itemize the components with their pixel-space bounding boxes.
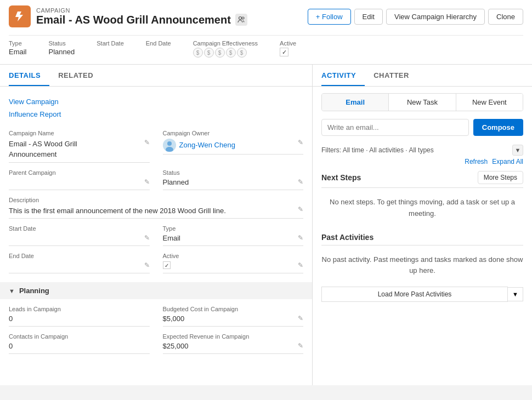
next-steps-header: Next Steps More Steps bbox=[321, 171, 523, 188]
influence-report-link[interactable]: Influence Report bbox=[9, 108, 303, 121]
view-campaign-influence-link[interactable]: View Campaign bbox=[9, 95, 303, 108]
tab-details[interactable]: DETAILS bbox=[9, 65, 49, 86]
planning-toggle-icon: ▼ bbox=[9, 288, 15, 294]
svg-point-3 bbox=[167, 141, 172, 146]
leads-label: Leads in Campaign bbox=[9, 306, 150, 312]
activity-sub-tabs: Email New Task New Event bbox=[321, 93, 523, 111]
owner-edit-icon[interactable]: ✎ bbox=[298, 139, 303, 146]
field-campaign-name: Campaign Name Email - AS Wood GrillAnnou… bbox=[9, 130, 150, 163]
campaign-name-value: Email - AS Wood GrillAnnouncement bbox=[9, 139, 150, 163]
right-content: Email New Task New Event Compose Filters… bbox=[313, 87, 532, 385]
email-input[interactable] bbox=[321, 119, 469, 136]
expected-revenue-edit-icon[interactable]: ✎ bbox=[298, 342, 303, 350]
right-panel: ACTIVITY CHATTER Email New Task New Even… bbox=[313, 65, 532, 385]
campaign-name-edit-icon[interactable]: ✎ bbox=[144, 139, 150, 146]
more-steps-button[interactable]: More Steps bbox=[478, 171, 523, 184]
people-icon[interactable] bbox=[235, 14, 247, 26]
past-activities-empty-text: No past activity. Past meetings and task… bbox=[321, 250, 523, 282]
view-hierarchy-button[interactable]: View Campaign Hierarchy bbox=[386, 9, 485, 25]
compose-button[interactable]: Compose bbox=[473, 119, 523, 136]
planning-section-title: Planning bbox=[19, 287, 49, 295]
end-date-label: End Date bbox=[146, 40, 171, 47]
end-date-field-value bbox=[9, 261, 150, 273]
status-field-label: Status bbox=[163, 169, 304, 176]
field-contacts: Contacts in Campaign 0 bbox=[9, 333, 150, 354]
campaign-owner-label: Campaign Owner bbox=[163, 130, 304, 136]
active-field-label: Active bbox=[163, 253, 304, 259]
meta-active: Active ✓ bbox=[280, 40, 296, 58]
sub-tab-new-event[interactable]: New Event bbox=[456, 94, 523, 111]
refresh-link[interactable]: Refresh bbox=[465, 158, 488, 165]
page-title: Email - AS Wood Grill Announcement bbox=[36, 14, 247, 26]
type-edit-icon[interactable]: ✎ bbox=[298, 234, 303, 242]
filter-text: Filters: All time · All activities · All… bbox=[321, 146, 434, 154]
load-more-dropdown-button[interactable]: ▼ bbox=[508, 287, 523, 301]
breadcrumb: Campaign bbox=[36, 7, 247, 14]
budgeted-cost-label: Budgeted Cost in Campaign bbox=[163, 306, 304, 312]
start-date-edit-icon[interactable]: ✎ bbox=[144, 234, 150, 242]
field-leads: Leads in Campaign 0 bbox=[9, 306, 150, 327]
star-5: $ bbox=[237, 48, 247, 58]
status-label: Status bbox=[49, 40, 75, 47]
action-links: Refresh Expand All bbox=[321, 158, 523, 165]
filter-icon[interactable]: ▼ bbox=[512, 145, 523, 156]
active-edit-icon[interactable]: ✎ bbox=[298, 261, 303, 269]
star-4: $ bbox=[226, 48, 236, 58]
tab-related[interactable]: RELATED bbox=[58, 65, 102, 86]
svg-point-1 bbox=[242, 17, 244, 19]
campaign-owner-value: Zong-Wen Cheng bbox=[163, 139, 304, 155]
start-date-field-label: Start Date bbox=[9, 225, 150, 232]
field-type: Type Email ✎ bbox=[163, 225, 304, 246]
load-more-button[interactable]: Load More Past Activities bbox=[321, 287, 508, 302]
field-expected-revenue: Expected Revenue in Campaign $25,000 ✎ bbox=[163, 333, 304, 354]
leads-value: 0 bbox=[9, 315, 150, 327]
fields-grid: Campaign Name Email - AS Wood GrillAnnou… bbox=[9, 130, 303, 274]
field-budgeted-cost: Budgeted Cost in Campaign $5,000 ✎ bbox=[163, 306, 304, 327]
description-label: Description bbox=[9, 197, 303, 203]
meta-row: Type Email Status Planned Start Date End… bbox=[9, 35, 523, 64]
description-value: This is the first email announcement of … bbox=[9, 205, 303, 219]
star-2: $ bbox=[204, 48, 214, 58]
edit-button[interactable]: Edit bbox=[354, 9, 383, 25]
meta-effectiveness: Campaign Effectiveness $ $ $ $ $ bbox=[193, 40, 258, 58]
planning-section-header[interactable]: ▼ Planning bbox=[0, 282, 312, 299]
status-edit-icon[interactable]: ✎ bbox=[298, 178, 303, 186]
status-field-value: Planned bbox=[163, 178, 304, 190]
field-parent-campaign: Parent Campaign ✎ bbox=[9, 169, 150, 190]
next-steps-section: Next Steps More Steps No next steps. To … bbox=[321, 171, 523, 224]
tab-chatter[interactable]: CHATTER bbox=[373, 65, 418, 86]
filters-row: Filters: All time · All activities · All… bbox=[321, 145, 523, 156]
left-panel: DETAILS RELATED View Campaign Influence … bbox=[0, 65, 313, 385]
follow-button[interactable]: + Follow bbox=[308, 9, 351, 25]
header-title-group: Campaign Email - AS Wood Grill Announcem… bbox=[36, 7, 247, 26]
end-date-edit-icon[interactable]: ✎ bbox=[144, 261, 150, 269]
type-label: Type bbox=[9, 40, 27, 47]
header-actions: + Follow Edit View Campaign Hierarchy Cl… bbox=[308, 9, 523, 25]
campaign-name-label: Campaign Name bbox=[9, 130, 150, 136]
budgeted-cost-edit-icon[interactable]: ✎ bbox=[298, 315, 303, 322]
owner-link[interactable]: Zong-Wen Cheng bbox=[179, 141, 235, 149]
active-field-checkbox: ✓ bbox=[163, 261, 171, 269]
email-compose-row: Compose bbox=[321, 119, 523, 136]
svg-point-0 bbox=[239, 17, 241, 20]
star-3: $ bbox=[215, 48, 225, 58]
field-status: Status Planned ✎ bbox=[163, 169, 304, 190]
field-end-date: End Date ✎ bbox=[9, 253, 150, 273]
next-steps-empty-text: No next steps. To get things moving, add… bbox=[321, 192, 523, 224]
end-date-field-label: End Date bbox=[9, 253, 150, 259]
sub-tab-email[interactable]: Email bbox=[322, 94, 389, 111]
expand-all-link[interactable]: Expand All bbox=[492, 158, 523, 165]
parent-campaign-label: Parent Campaign bbox=[9, 169, 150, 176]
tab-activity[interactable]: ACTIVITY bbox=[321, 65, 365, 86]
type-value: Email bbox=[9, 48, 27, 56]
parent-campaign-edit-icon[interactable]: ✎ bbox=[144, 178, 150, 186]
left-content: View Campaign Influence Report Campaign … bbox=[0, 87, 312, 385]
effectiveness-stars: $ $ $ $ $ bbox=[193, 48, 258, 58]
main-layout: DETAILS RELATED View Campaign Influence … bbox=[0, 65, 532, 385]
description-edit-icon[interactable]: ✎ bbox=[298, 205, 303, 213]
expected-revenue-label: Expected Revenue in Campaign bbox=[163, 333, 304, 340]
clone-button[interactable]: Clone bbox=[488, 9, 523, 25]
planning-fields-grid: Leads in Campaign 0 Budgeted Cost in Cam… bbox=[9, 306, 303, 354]
owner-avatar bbox=[163, 139, 176, 152]
sub-tab-new-task[interactable]: New Task bbox=[389, 94, 456, 111]
